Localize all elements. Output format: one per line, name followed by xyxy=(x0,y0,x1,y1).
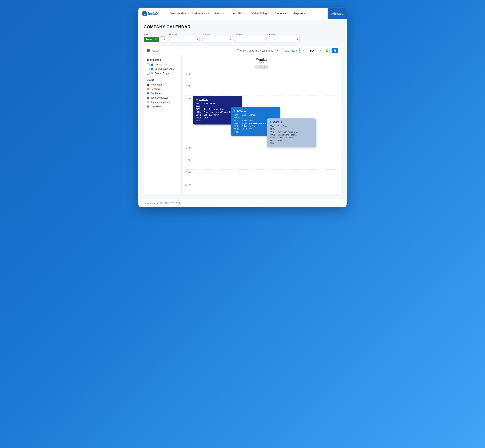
cal-header: Monday Wed PTO : 5 xyxy=(182,55,341,71)
event-row: TEC: Clarke, Micheal xyxy=(234,114,278,116)
cal-day-sub: Wed xyxy=(182,61,341,64)
calendar-view-button[interactable]: 📅 xyxy=(332,48,338,53)
status-filter-label: Status xyxy=(143,33,166,36)
date-display: 03/27/2023 xyxy=(282,48,300,53)
time-label-6am: 6 AM xyxy=(182,83,193,96)
prev-date-button[interactable]: < xyxy=(275,48,281,53)
event-card-3[interactable]: #103714 TEC: Tech, Emma RDR: xyxy=(267,119,316,147)
time-label-5am: 5 AM xyxy=(182,71,193,83)
status-item-tech-incompleted: Tech Incompleted xyxy=(147,101,178,104)
event-row: TEC: Tech, Emma xyxy=(270,125,314,127)
nav-item-reports[interactable]: Reports ▾ xyxy=(291,8,308,20)
region-filter-group: Region xyxy=(236,33,266,42)
tech-item-young: Young, Lawrence xyxy=(147,67,178,70)
event-dot-2 xyxy=(234,110,236,112)
logo-icon-text: Z xyxy=(144,12,145,15)
event-dot-3 xyxy=(270,121,271,123)
status-item-confirmed: Confirmed xyxy=(147,92,178,95)
nav-item-ins-billing[interactable]: Ins. Billing ▾ xyxy=(230,8,249,20)
company-name: ZinniaX LLC xyxy=(154,202,167,204)
tech-checkbox-perez[interactable] xyxy=(147,63,150,66)
time-slot-7am: 7 AM #103714 TEC: Bond, James xyxy=(182,96,341,145)
status-legend-title: Status xyxy=(147,79,178,81)
calendar-sidebar: Technicians Perez, Paul Young, Lawrence … xyxy=(144,55,182,194)
time-grid: Monday Wed PTO : 5 5 AM 6 AM xyxy=(182,55,341,194)
cases-link[interactable]: Cases xyxy=(152,49,160,52)
tech-checkbox-foster[interactable] xyxy=(147,72,150,75)
status-tag[interactable]: Requ... ✕ xyxy=(143,37,159,42)
surgeon-select-wrapper xyxy=(203,36,233,42)
chevron-down-icon: ▾ xyxy=(185,12,186,14)
next-date-button[interactable]: > xyxy=(301,48,306,53)
status-label-confirmed: Confirmed xyxy=(151,92,162,95)
status-dot-requested xyxy=(147,84,149,86)
chevron-down-icon: ▾ xyxy=(164,38,165,41)
time-slot-5am: 5 AM xyxy=(182,71,341,83)
top-nav: Z inniaX Dashboards ▾ Assignments ▾ Reco… xyxy=(138,8,347,20)
tech-name-foster: Foster, Roger xyxy=(155,72,170,75)
filters-row: Status Requ... ✕ ✕ ▾ Hospital xyxy=(143,33,342,42)
status-item-cancelled: Cancelled xyxy=(147,105,178,108)
tech-dot-perez xyxy=(151,64,153,66)
copyright-text: Copyright xyxy=(143,202,153,204)
calendar-toolbar: ☰ Cases Show Cases In My Local Time < 03… xyxy=(143,46,342,55)
chevron-down-icon: ▾ xyxy=(245,12,246,14)
chevron-down-icon: ▾ xyxy=(208,12,209,14)
view-select[interactable]: Day Week Month xyxy=(308,48,322,53)
time-content-9am xyxy=(193,157,341,169)
nav-item-credentials[interactable]: Credentials xyxy=(271,8,291,20)
event-card-1-header: #103714 xyxy=(196,98,240,101)
time-slot-6am: 6 AM xyxy=(182,83,341,96)
time-label-10am: 10 AM xyxy=(182,170,193,182)
nav-items: Dashboards ▾ Assignments ▾ Records ▾ Ins… xyxy=(165,8,327,20)
event-card-3-header: #103714 xyxy=(270,121,314,124)
status-label-cancelled: Cancelled xyxy=(151,105,162,108)
case-select[interactable] xyxy=(269,36,300,42)
nav-item-dashboards[interactable]: Dashboards ▾ xyxy=(167,8,189,20)
region-select-wrapper xyxy=(236,36,266,42)
tech-dot-foster xyxy=(151,72,153,74)
local-time-checkbox[interactable] xyxy=(237,49,239,52)
time-content-8am xyxy=(193,145,341,157)
time-slots: 5 AM 6 AM 7 AM xyxy=(182,71,341,194)
status-filter-group: Status Requ... ✕ ✕ ▾ xyxy=(143,33,166,42)
time-slot-10am: 10 AM xyxy=(182,170,341,182)
hamburger-icon[interactable]: ☰ xyxy=(147,48,150,53)
view-select-wrapper: Day Week Month xyxy=(308,48,322,53)
event-row: PRO: ertert xyxy=(270,139,314,142)
event-row: HOS: Marvel Care Hospital xyxy=(270,134,314,136)
time-label-9am: 9 AM xyxy=(182,157,193,169)
pto-badge: PTO : 5 xyxy=(255,65,268,69)
event-case-id-1: #103714 xyxy=(199,98,208,101)
toolbar-left: ☰ Cases xyxy=(147,48,160,53)
app-footer: Copyright ZinniaX LLC © 2017-2023 xyxy=(138,199,347,207)
nav-item-records[interactable]: Records ▾ xyxy=(212,8,230,20)
status-legend: Status Requested Pending Confirmed xyxy=(147,79,178,108)
status-tag-close[interactable]: ✕ xyxy=(155,38,157,41)
hospital-filter-label: Hospital xyxy=(169,33,199,35)
add-case-button[interactable]: Add Ca... xyxy=(327,8,347,19)
main-content: COMPANY CALENDAR Status Requ... ✕ ✕ ▾ Ho… xyxy=(138,20,347,199)
nav-item-assignments[interactable]: Assignments ▾ xyxy=(189,8,212,20)
footer-copyright: Copyright ZinniaX LLC © 2017-2023 xyxy=(143,202,342,204)
case-filter-label: Case# xyxy=(269,33,300,35)
time-label-7am: 7 AM xyxy=(182,96,193,145)
region-select[interactable] xyxy=(236,36,266,42)
event-case-id-2: #103719 xyxy=(237,109,246,112)
event-row: PAT: John Tech, Angel Care xyxy=(270,131,314,133)
list-view-button[interactable]: ☰ xyxy=(324,48,330,53)
hospital-select[interactable] xyxy=(169,36,199,42)
tech-checkbox-young[interactable] xyxy=(147,68,150,70)
status-x-icon: ✕ xyxy=(161,38,163,41)
copyright-years: © 2017-2023 xyxy=(167,202,181,204)
technicians-title: Technicians xyxy=(147,58,178,61)
event-case-id-3: #103714 xyxy=(273,121,282,124)
surgeon-select[interactable] xyxy=(203,36,233,42)
cal-day-name: Monday xyxy=(182,58,341,61)
status-dropdown[interactable]: ✕ ▾ xyxy=(160,36,166,42)
surgeon-filter-label: Surgeon xyxy=(203,33,233,35)
nav-item-other-billing[interactable]: Other Billing ▾ xyxy=(249,8,271,20)
event-row: TEC: Bond, James xyxy=(196,102,240,105)
event-row: RDR: xyxy=(270,128,314,130)
tech-dot-young xyxy=(151,68,153,70)
